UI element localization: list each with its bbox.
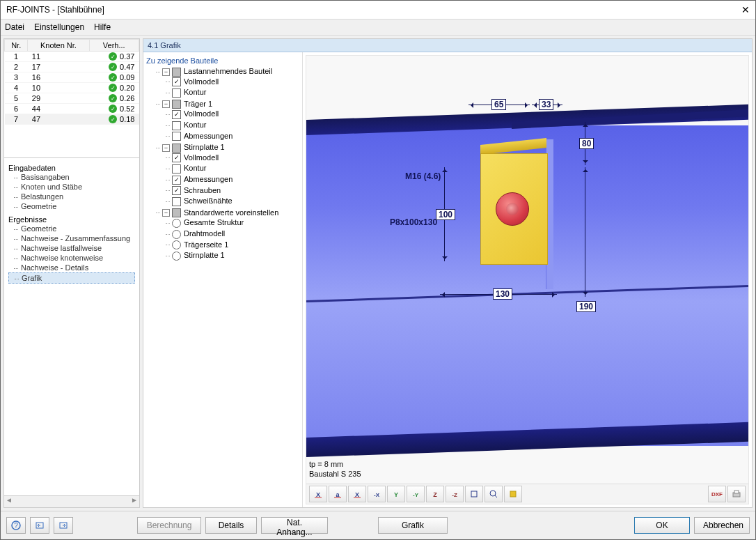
checkbox-icon[interactable] <box>172 176 181 185</box>
abbrechen-button[interactable]: Abbrechen <box>694 517 750 534</box>
tree-item[interactable]: Kontur <box>166 87 299 98</box>
tree-item[interactable]: Gesamte Struktur <box>166 217 299 229</box>
tree-item[interactable]: Vollmodell <box>166 109 299 120</box>
dim-65: 65 <box>491 99 506 110</box>
checkbox-icon[interactable] <box>172 68 181 77</box>
toolbtn-iso[interactable] <box>465 486 483 502</box>
nav-item[interactable]: Belastungen <box>8 192 135 201</box>
tree-item[interactable]: Stirnplatte 1 <box>166 250 299 261</box>
col-knoten[interactable]: Knoten Nr. <box>28 40 89 52</box>
tree-item[interactable]: Vollmodell <box>166 153 299 164</box>
toolbtn--Z[interactable]: -Z <box>446 486 464 502</box>
toolbtn--Y[interactable]: -Y <box>407 486 425 502</box>
table-row[interactable]: 644 ✓0.52 <box>5 104 139 114</box>
checkbox-icon[interactable] <box>172 186 181 195</box>
tree-item[interactable]: Abmessungen <box>166 174 299 185</box>
tree-item[interactable]: Trägerseite 1 <box>166 240 299 251</box>
details-button[interactable]: Details <box>205 517 257 534</box>
nav-tree[interactable]: Eingabedaten BasisangabenKnoten und Stäb… <box>4 157 139 495</box>
tree-item[interactable]: Schweißnähte <box>166 196 299 207</box>
radio-icon[interactable] <box>172 252 181 261</box>
berechnung-button[interactable]: Berechnung <box>137 517 201 534</box>
tree-item[interactable]: Kontur <box>166 163 299 174</box>
menu-settings[interactable]: Einstellungen <box>34 22 84 32</box>
bolt <box>496 192 529 226</box>
tree-item[interactable]: Kontur <box>166 120 299 131</box>
toolbtn-dxf[interactable]: DXF <box>708 486 726 502</box>
checkbox-icon[interactable] <box>172 144 181 153</box>
nav-item[interactable]: Nachweise lastfallweise <box>8 243 135 253</box>
toolbtn-color[interactable] <box>504 486 522 502</box>
tree-item[interactable]: Vollmodell <box>166 77 299 88</box>
right-panel: 4.1 Grafik Zu zeigende Bauteile −Lastann… <box>143 38 753 508</box>
natanhang-button[interactable]: Nat. Anhang... <box>261 517 328 534</box>
titlebar: RF-JOINTS - [Stahlbühne] ✕ <box>1 1 755 20</box>
table-row[interactable]: 529 ✓0.26 <box>5 93 139 104</box>
nav-item[interactable]: Knoten und Stäbe <box>8 182 135 192</box>
toolbtn-print[interactable] <box>727 486 746 502</box>
checkbox-icon[interactable] <box>172 100 181 109</box>
toolbtn-Y[interactable]: Y <box>387 486 405 502</box>
checkbox-icon[interactable] <box>172 197 181 206</box>
nav-item[interactable]: Nachweise knotenweise <box>8 253 135 263</box>
toolbtn--X[interactable]: -X <box>368 486 386 502</box>
col-verh[interactable]: Verh... <box>89 40 139 52</box>
close-icon[interactable]: ✕ <box>741 4 750 15</box>
viewport-3d[interactable]: 65 33 80 190 100 130 <box>306 55 749 504</box>
collapse-icon[interactable]: − <box>162 144 170 152</box>
ok-icon: ✓ <box>109 52 117 61</box>
checkbox-icon[interactable] <box>172 153 181 162</box>
svg-text:-X: -X <box>374 492 380 498</box>
nav-item[interactable]: Grafik <box>8 272 135 284</box>
radio-icon[interactable] <box>172 240 181 249</box>
checkbox-icon[interactable] <box>172 132 181 141</box>
col-nr[interactable]: Nr. <box>5 40 28 52</box>
collapse-icon[interactable]: − <box>162 68 170 76</box>
menu-file[interactable]: Datei <box>5 22 24 32</box>
table-row[interactable]: 747 ✓0.18 <box>5 114 139 125</box>
tree-group[interactable]: −Träger 1VollmodellKonturAbmessungen <box>156 99 299 142</box>
checkbox-icon[interactable] <box>172 110 181 119</box>
table-row[interactable]: 316 ✓0.09 <box>5 72 139 83</box>
tree-group[interactable]: −Lastannehmendes BauteilVollmodellKontur <box>156 66 299 99</box>
toolbtn-Z[interactable]: Z <box>426 486 444 502</box>
nav-item[interactable]: Geometrie <box>8 201 135 211</box>
nav-item[interactable]: Nachweise - Zusammenfassung <box>8 233 135 243</box>
grafik-button[interactable]: Grafik <box>378 517 448 534</box>
collapse-icon[interactable]: − <box>162 209 170 217</box>
svg-text:-Y: -Y <box>413 492 419 498</box>
checkbox-icon[interactable] <box>172 208 181 217</box>
nav-group-input: Eingabedaten <box>8 164 135 172</box>
table-row[interactable]: 410 ✓0.20 <box>5 83 139 93</box>
nav-item[interactable]: Geometrie <box>8 224 135 233</box>
nav-item[interactable]: Nachweise - Details <box>8 263 135 272</box>
checkbox-icon[interactable] <box>172 88 181 98</box>
tree-item[interactable]: Drahtmodell <box>166 229 299 240</box>
ok-button[interactable]: OK <box>634 517 690 534</box>
toolbtn-X[interactable]: X <box>348 486 366 502</box>
help-button[interactable]: ? <box>6 517 26 534</box>
tree-item[interactable]: Schrauben <box>166 185 299 196</box>
node-table-area[interactable]: Nr. Knoten Nr. Verh... 111 ✓0.37217 ✓0.4… <box>4 39 139 157</box>
horiz-scrollbar[interactable]: ◄► <box>4 495 139 507</box>
footer-icon-2[interactable] <box>54 517 73 534</box>
tree-item[interactable]: Abmessungen <box>166 131 299 142</box>
checkbox-icon[interactable] <box>172 121 181 130</box>
menu-help[interactable]: Hilfe <box>94 22 111 32</box>
toolbtn-X[interactable]: X <box>309 486 327 502</box>
table-row[interactable]: 111 ✓0.37 <box>5 52 139 62</box>
component-tree[interactable]: Zu zeigende Bauteile −Lastannehmendes Ba… <box>143 52 303 507</box>
table-row[interactable]: 217 ✓0.47 <box>5 62 139 72</box>
checkbox-icon[interactable] <box>172 77 181 86</box>
view-X-icon: X <box>352 489 362 499</box>
collapse-icon[interactable]: − <box>162 100 170 108</box>
toolbtn-zoom[interactable] <box>485 486 503 502</box>
toolbtn-a[interactable]: a <box>329 486 347 502</box>
radio-icon[interactable] <box>172 230 181 239</box>
footer-icon-1[interactable] <box>30 517 49 534</box>
tree-group[interactable]: −Stirnplatte 1VollmodellKonturAbmessunge… <box>156 142 299 208</box>
nav-item[interactable]: Basisangaben <box>8 172 135 182</box>
radio-icon[interactable] <box>172 219 181 228</box>
tree-group[interactable]: −Standardwerte voreinstellenGesamte Stru… <box>156 208 299 262</box>
checkbox-icon[interactable] <box>172 164 181 173</box>
